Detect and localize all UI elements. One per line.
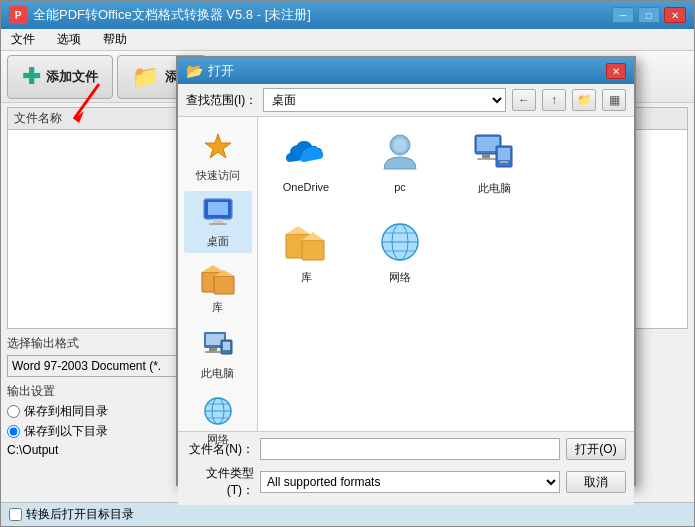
filename-input[interactable] <box>260 438 560 460</box>
sidebar-quickaccess[interactable]: 快速访问 <box>184 125 252 187</box>
nav-view-button[interactable]: ▦ <box>602 89 626 111</box>
quickaccess-label: 快速访问 <box>196 168 240 183</box>
file-item-onedrive[interactable]: OneDrive <box>266 125 346 200</box>
sidebar-thispc[interactable]: 此电脑 <box>184 323 252 385</box>
onedrive-icon <box>282 129 330 177</box>
file-item-network[interactable]: 网络 <box>360 214 440 289</box>
open-file-dialog: 📂 打开 ✕ 查找范围(I)： 桌面 ← ↑ 📁 ▦ <box>176 56 636 486</box>
thispc-file-label: 此电脑 <box>478 181 511 196</box>
svg-marker-33 <box>286 226 310 234</box>
desktop-icon <box>200 195 236 231</box>
filetype-row: 文件类型(T)： All supported formats 取消 <box>186 465 626 499</box>
svg-rect-30 <box>498 148 510 160</box>
maximize-button[interactable]: □ <box>638 7 660 23</box>
library-label: 库 <box>212 300 223 315</box>
svg-rect-27 <box>482 154 490 158</box>
svg-rect-14 <box>209 348 217 351</box>
svg-rect-28 <box>477 158 497 160</box>
open-after-convert-label: 转换后打开目标目录 <box>26 506 134 523</box>
dialog-body: 快速访问 桌面 <box>178 117 634 431</box>
svg-rect-10 <box>214 276 234 294</box>
svg-point-24 <box>393 138 407 152</box>
network-file-icon <box>376 218 424 266</box>
app-icon: P <box>9 6 27 24</box>
sidebar-desktop[interactable]: 桌面 <box>184 191 252 253</box>
dialog-title-text: 打开 <box>208 62 606 80</box>
svg-rect-15 <box>205 351 221 353</box>
main-window: P 全能PDF转Office文档格式转换器 V5.8 - [未注册] ─ □ ✕… <box>0 0 695 527</box>
output-path-value: C:\Output <box>7 443 58 457</box>
open-after-convert-checkbox[interactable] <box>9 508 22 521</box>
filetype-select[interactable]: All supported formats <box>260 471 560 493</box>
quickaccess-icon <box>200 129 236 165</box>
lookup-label: 查找范围(I)： <box>186 92 257 109</box>
menu-options[interactable]: 选项 <box>53 29 85 50</box>
nav-back-button[interactable]: ← <box>512 89 536 111</box>
nav-up-button[interactable]: ↑ <box>542 89 566 111</box>
dialog-title-bar: 📂 打开 ✕ <box>178 58 634 84</box>
svg-marker-9 <box>202 265 224 272</box>
add-file-icon: ✚ <box>22 64 40 90</box>
dialog-sidebar: 快速访问 桌面 <box>178 117 258 431</box>
network-file-label: 网络 <box>389 270 411 285</box>
open-after-convert-row: 转换后打开目标目录 <box>9 506 134 523</box>
menu-bar: 文件 选项 帮助 <box>1 29 694 51</box>
close-button[interactable]: ✕ <box>664 7 686 23</box>
filetype-label: 文件类型(T)： <box>186 465 254 499</box>
dialog-title-icon: 📂 <box>186 63 202 79</box>
svg-rect-7 <box>209 223 227 225</box>
cancel-button[interactable]: 取消 <box>566 471 626 493</box>
library-file-label: 库 <box>301 270 312 285</box>
radio-same-dir[interactable] <box>7 405 20 418</box>
svg-rect-34 <box>302 240 324 260</box>
thispc-file-icon <box>470 129 518 177</box>
nav-newfolder-button[interactable]: 📁 <box>572 89 596 111</box>
library-icon <box>200 261 236 297</box>
open-button[interactable]: 打开(O) <box>566 438 626 460</box>
radio-custom-dir-label: 保存到以下目录 <box>24 423 108 440</box>
radio-same-dir-label: 保存到相同目录 <box>24 403 108 420</box>
svg-rect-31 <box>500 161 508 163</box>
radio-custom-dir[interactable] <box>7 425 20 438</box>
lookup-select[interactable]: 桌面 <box>263 88 506 112</box>
svg-rect-6 <box>213 219 223 223</box>
dialog-file-area: OneDrive pc <box>258 117 634 431</box>
library-file-icon <box>282 218 330 266</box>
dialog-footer: 文件名(N)： 打开(O) 文件类型(T)： All supported for… <box>178 431 634 505</box>
network-icon <box>200 393 236 429</box>
desktop-label: 桌面 <box>207 234 229 249</box>
svg-marker-2 <box>205 134 231 158</box>
svg-line-0 <box>74 84 99 119</box>
pc-label: pc <box>394 181 406 193</box>
svg-rect-5 <box>208 202 228 215</box>
bottom-bar: 转换后打开目标目录 <box>1 502 694 526</box>
sidebar-library[interactable]: 库 <box>184 257 252 319</box>
filename-label: 文件名(N)： <box>186 441 254 458</box>
minimize-button[interactable]: ─ <box>612 7 634 23</box>
svg-rect-17 <box>223 342 230 350</box>
thispc-icon <box>200 327 236 363</box>
menu-help[interactable]: 帮助 <box>99 29 131 50</box>
window-controls: ─ □ ✕ <box>612 7 686 23</box>
filename-row: 文件名(N)： 打开(O) <box>186 438 626 460</box>
menu-file[interactable]: 文件 <box>7 29 39 50</box>
thispc-label: 此电脑 <box>201 366 234 381</box>
app-title: 全能PDF转Office文档格式转换器 V5.8 - [未注册] <box>33 6 612 24</box>
dialog-toolbar: 查找范围(I)： 桌面 ← ↑ 📁 ▦ <box>178 84 634 117</box>
file-item-library[interactable]: 库 <box>266 214 346 289</box>
dialog-close-button[interactable]: ✕ <box>606 63 626 79</box>
pc-icon <box>376 129 424 177</box>
title-bar: P 全能PDF转Office文档格式转换器 V5.8 - [未注册] ─ □ ✕ <box>1 1 694 29</box>
onedrive-label: OneDrive <box>283 181 329 193</box>
file-item-pc[interactable]: pc <box>360 125 440 200</box>
add-folder-icon: 📁 <box>132 64 159 90</box>
file-item-thispc[interactable]: 此电脑 <box>454 125 534 200</box>
